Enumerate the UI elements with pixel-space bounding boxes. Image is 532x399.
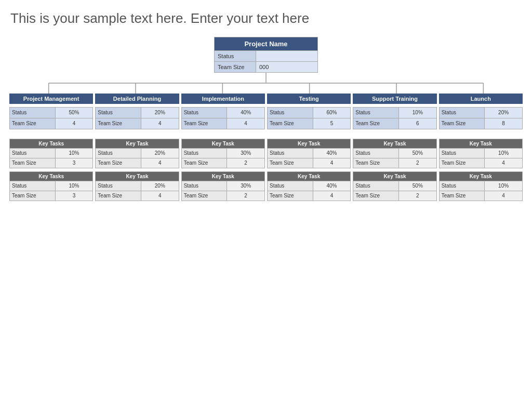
phase-table-launch: Status 20% Team Size 8 bbox=[439, 107, 523, 129]
key-task-box-implementation-1: Key Task Status 30% Team Size 2 bbox=[181, 171, 265, 201]
kt-team-value: 2 bbox=[399, 191, 436, 201]
kt-team-row: Team Size 4 bbox=[440, 158, 522, 168]
key-task-box-detailed-planning-1: Key Task Status 20% Team Size 4 bbox=[95, 171, 179, 201]
kt-team-row: Team Size 4 bbox=[268, 158, 350, 168]
kt-status-label: Status bbox=[353, 149, 399, 158]
col-launch: Launch Status 20% Team Size 8 Key Task S… bbox=[439, 94, 523, 201]
kt-status-value: 50% bbox=[399, 149, 436, 158]
phase-table-project-management: Status 50% Team Size 4 bbox=[9, 107, 93, 129]
phase-header-project-management: Project Management bbox=[9, 94, 93, 104]
key-task-box-implementation-0: Key Task Status 30% Team Size 2 bbox=[181, 139, 265, 168]
phase-status-row-implementation: Status 40% bbox=[182, 108, 264, 118]
phase-status-label: Status bbox=[353, 108, 399, 118]
kt-team-row: Team Size 2 bbox=[182, 191, 264, 201]
phase-table-detailed-planning: Status 20% Team Size 4 bbox=[95, 107, 179, 129]
phase-status-row-testing: Status 60% bbox=[268, 108, 350, 118]
page-title: This is your sample text here. Enter you… bbox=[5, 10, 527, 26]
kt-status-value: 40% bbox=[313, 149, 351, 158]
phase-header-implementation: Implementation bbox=[181, 94, 265, 104]
kt-team-label: Team Size bbox=[268, 191, 313, 201]
phase-table-implementation: Status 40% Team Size 4 bbox=[181, 107, 265, 129]
phase-team-row-launch: Team Size 8 bbox=[440, 118, 522, 129]
kt-status-row: Status 40% bbox=[268, 181, 350, 191]
kt-status-label: Status bbox=[10, 181, 56, 191]
kt-status-value: 10% bbox=[485, 149, 522, 158]
col-project-management: Project Management Status 50% Team Size … bbox=[9, 94, 93, 201]
key-task-header: Key Task bbox=[96, 172, 178, 181]
kt-team-row: Team Size 2 bbox=[353, 191, 436, 201]
phase-status-value: 20% bbox=[141, 108, 179, 118]
kt-status-row: Status 10% bbox=[10, 181, 92, 191]
kt-status-row: Status 30% bbox=[182, 149, 264, 158]
kt-status-row: Status 10% bbox=[440, 149, 522, 158]
kt-team-value: 2 bbox=[227, 191, 264, 201]
phase-team-label: Team Size bbox=[353, 118, 399, 129]
phase-status-row-project-management: Status 50% bbox=[10, 108, 92, 118]
kt-team-value: 4 bbox=[313, 191, 351, 201]
col-testing: Testing Status 60% Team Size 5 Key Task … bbox=[267, 94, 351, 201]
kt-team-row: Team Size 2 bbox=[182, 158, 264, 168]
key-task-box-project-management-0: Key Tasks Status 10% Team Size 3 bbox=[9, 139, 93, 168]
phase-status-row-detailed-planning: Status 20% bbox=[96, 108, 178, 118]
col-detailed-planning: Detailed Planning Status 20% Team Size 4… bbox=[95, 94, 179, 201]
key-task-box-launch-0: Key Task Status 10% Team Size 4 bbox=[439, 139, 523, 168]
kt-team-value: 3 bbox=[56, 158, 93, 168]
kt-status-value: 10% bbox=[56, 181, 93, 191]
phase-status-row-support-training: Status 10% bbox=[353, 108, 436, 118]
kt-status-value: 50% bbox=[399, 181, 436, 191]
phase-header-detailed-planning: Detailed Planning bbox=[95, 94, 179, 104]
phase-team-row-support-training: Team Size 6 bbox=[353, 118, 436, 129]
key-task-box-detailed-planning-0: Key Task Status 20% Team Size 4 bbox=[95, 139, 179, 168]
kt-status-value: 20% bbox=[141, 149, 179, 158]
kt-team-row: Team Size 4 bbox=[96, 191, 178, 201]
project-name-label: Project Name bbox=[215, 37, 317, 50]
phase-status-label: Status bbox=[96, 108, 141, 118]
kt-team-label: Team Size bbox=[10, 158, 56, 168]
phase-header-support-training: Support Training bbox=[353, 94, 436, 104]
phase-team-row-project-management: Team Size 4 bbox=[10, 118, 92, 129]
kt-status-label: Status bbox=[440, 149, 485, 158]
kt-team-label: Team Size bbox=[96, 191, 141, 201]
phase-team-value: 8 bbox=[485, 118, 522, 129]
connector-area bbox=[5, 73, 527, 94]
phase-status-value: 40% bbox=[227, 108, 264, 118]
columns-wrapper: Project Management Status 50% Team Size … bbox=[5, 94, 527, 201]
phase-team-label: Team Size bbox=[182, 118, 228, 129]
project-teamsize-label: Team Size bbox=[215, 62, 256, 72]
kt-team-value: 4 bbox=[313, 158, 351, 168]
phase-status-label: Status bbox=[440, 108, 485, 118]
kt-status-row: Status 50% bbox=[353, 181, 436, 191]
kt-team-label: Team Size bbox=[268, 158, 313, 168]
phase-header-testing: Testing bbox=[267, 94, 351, 104]
phase-team-value: 5 bbox=[313, 118, 351, 129]
phase-team-value: 4 bbox=[141, 118, 179, 129]
phase-status-row-launch: Status 20% bbox=[440, 108, 522, 118]
phase-team-value: 6 bbox=[399, 118, 436, 129]
key-task-header: Key Task bbox=[268, 172, 350, 181]
phase-status-value: 60% bbox=[313, 108, 351, 118]
phase-status-label: Status bbox=[10, 108, 56, 118]
key-task-header: Key Tasks bbox=[10, 139, 92, 149]
key-task-box-support-training-1: Key Task Status 50% Team Size 2 bbox=[353, 171, 436, 201]
kt-status-value: 20% bbox=[141, 181, 179, 191]
phase-team-label: Team Size bbox=[96, 118, 141, 129]
phase-team-label: Team Size bbox=[440, 118, 485, 129]
phase-status-label: Status bbox=[268, 108, 313, 118]
kt-team-label: Team Size bbox=[440, 158, 485, 168]
project-box-wrapper: Project Name Status Team Size 000 bbox=[5, 37, 527, 73]
kt-status-label: Status bbox=[353, 181, 399, 191]
phase-team-value: 4 bbox=[56, 118, 93, 129]
kt-status-label: Status bbox=[268, 181, 313, 191]
kt-status-label: Status bbox=[96, 149, 141, 158]
kt-status-row: Status 10% bbox=[10, 149, 92, 158]
kt-team-value: 4 bbox=[141, 158, 179, 168]
key-task-box-testing-0: Key Task Status 40% Team Size 4 bbox=[267, 139, 351, 168]
kt-team-label: Team Size bbox=[10, 191, 56, 201]
project-status-label: Status bbox=[215, 51, 256, 61]
phase-team-label: Team Size bbox=[10, 118, 56, 129]
project-box: Project Name Status Team Size 000 bbox=[214, 37, 318, 73]
key-task-header: Key Task bbox=[440, 172, 522, 181]
phase-status-label: Status bbox=[182, 108, 228, 118]
kt-team-row: Team Size 2 bbox=[353, 158, 436, 168]
phase-table-support-training: Status 10% Team Size 6 bbox=[353, 107, 436, 129]
